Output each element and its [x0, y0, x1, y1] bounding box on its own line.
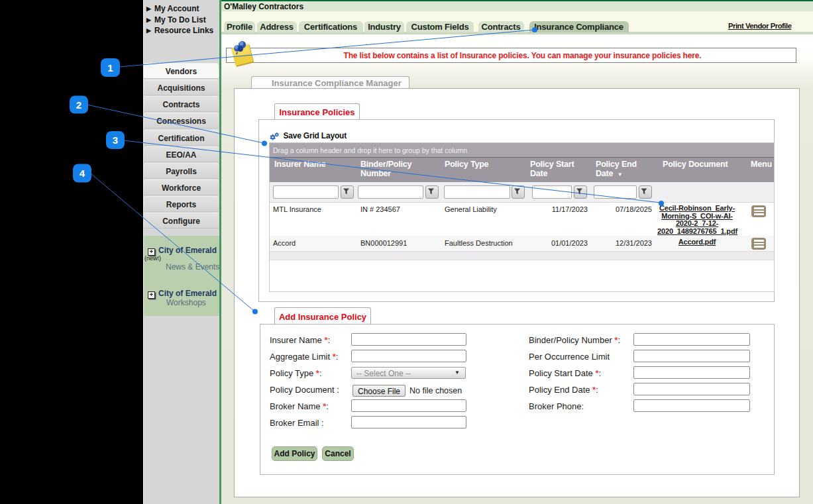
- svg-text:4: 4: [80, 168, 85, 179]
- svg-text:2: 2: [76, 99, 81, 111]
- svg-text:3: 3: [113, 134, 118, 146]
- svg-text:1: 1: [107, 62, 113, 74]
